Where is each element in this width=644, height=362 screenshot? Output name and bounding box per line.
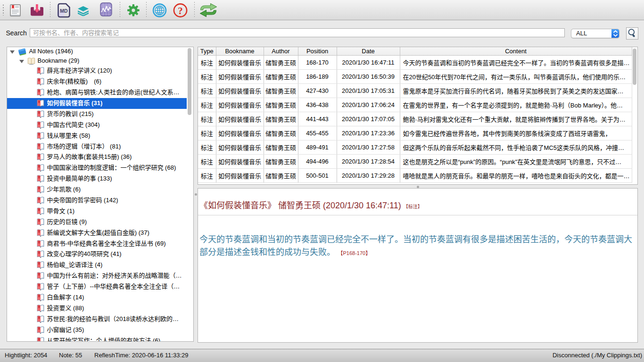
svg-text:?: ? bbox=[178, 5, 183, 16]
svg-text:MD: MD bbox=[60, 8, 68, 14]
